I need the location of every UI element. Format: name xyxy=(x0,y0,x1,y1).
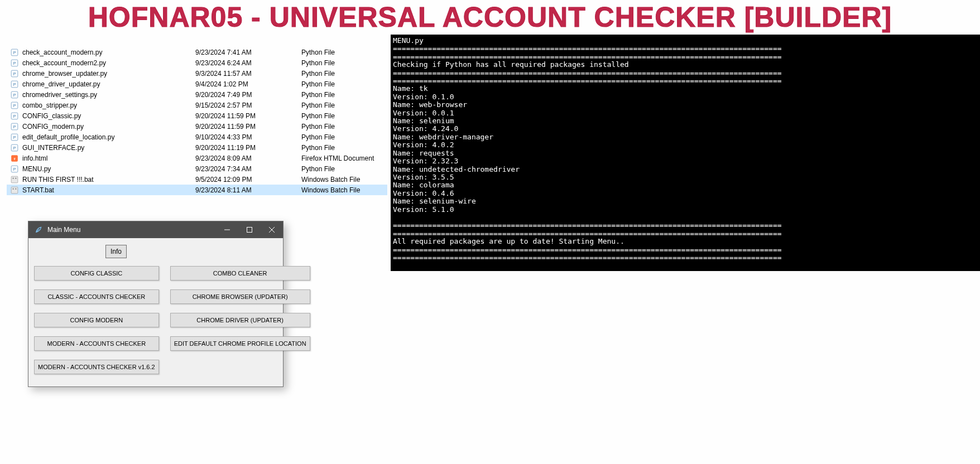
menu-button[interactable]: COMBO CLEANER xyxy=(170,266,310,281)
file-row[interactable]: Pcheck_account_modern2.py9/23/2024 6:24 … xyxy=(7,57,387,68)
file-type: Windows Batch File xyxy=(301,186,387,194)
file-row[interactable]: PCONFIG_modern.py9/20/2024 11:59 PMPytho… xyxy=(7,121,387,132)
file-icon: P xyxy=(10,112,19,120)
file-explorer: Pcheck_account_modern.py9/23/2024 7:41 A… xyxy=(7,47,387,195)
titlebar[interactable]: Main Menu xyxy=(28,221,283,238)
svg-point-29 xyxy=(15,188,16,189)
file-date: 9/23/2024 8:11 AM xyxy=(195,186,301,194)
svg-point-28 xyxy=(13,188,14,189)
svg-text:P: P xyxy=(13,114,16,118)
file-row[interactable]: ffinfo.html9/23/2024 8:09 AMFirefox HTML… xyxy=(7,153,387,163)
file-date: 9/23/2024 6:24 AM xyxy=(195,59,301,67)
file-icon: P xyxy=(10,133,19,142)
file-type: Python File xyxy=(301,123,387,130)
file-icon: P xyxy=(10,48,19,57)
file-type: Python File xyxy=(301,59,387,67)
file-date: 9/23/2024 8:09 AM xyxy=(195,154,301,162)
file-type: Python File xyxy=(301,91,387,99)
terminal-output[interactable]: MENU.py ================================… xyxy=(391,35,980,271)
file-date: 9/23/2024 7:34 AM xyxy=(195,165,301,173)
file-icon: P xyxy=(10,69,19,78)
file-icon: P xyxy=(10,101,19,110)
file-row[interactable]: Pcombo_stripper.py9/15/2024 2:57 PMPytho… xyxy=(7,100,387,110)
svg-text:P: P xyxy=(13,103,16,107)
file-row[interactable]: Pchrome_driver_updater.py9/4/2024 1:02 P… xyxy=(7,79,387,89)
close-button[interactable] xyxy=(261,221,283,238)
file-date: 9/20/2024 7:49 PM xyxy=(195,91,301,99)
file-type: Python File xyxy=(301,144,387,152)
file-icon: P xyxy=(10,80,19,89)
file-name: combo_stripper.py xyxy=(22,102,195,109)
file-date: 9/20/2024 11:19 PM xyxy=(195,144,301,152)
banner-title: HOFNAR05 - UNIVERSAL ACCOUNT CHECKER [BU… xyxy=(0,0,980,35)
svg-text:P: P xyxy=(13,135,16,139)
file-date: 9/15/2024 2:57 PM xyxy=(195,102,301,109)
menu-button[interactable]: MODERN - ACCOUNTS CHECKER v1.6.2 xyxy=(34,360,159,374)
file-type: Windows Batch File xyxy=(301,176,387,183)
file-name: CONFIG_modern.py xyxy=(22,123,195,130)
file-row[interactable]: PCONFIG_classic.py9/20/2024 11:59 PMPyth… xyxy=(7,110,387,121)
file-name: START.bat xyxy=(22,186,195,194)
svg-text:P: P xyxy=(13,146,16,149)
file-icon: P xyxy=(10,165,19,173)
file-name: check_account_modern2.py xyxy=(22,59,195,67)
file-icon: P xyxy=(10,59,19,67)
file-date: 9/23/2024 7:41 AM xyxy=(195,49,301,56)
menu-button[interactable]: CHROME BROWSER (UPDATER) xyxy=(170,289,310,304)
minimize-button[interactable] xyxy=(216,221,238,238)
file-row[interactable]: RUN THIS FIRST !!!.bat9/5/2024 12:09 PMW… xyxy=(7,174,387,185)
info-button[interactable]: Info xyxy=(105,245,127,258)
svg-point-26 xyxy=(15,177,16,178)
file-type: Python File xyxy=(301,49,387,56)
svg-text:P: P xyxy=(13,93,16,96)
file-row[interactable]: PGUI_INTERFACE.py9/20/2024 11:19 PMPytho… xyxy=(7,142,387,153)
svg-text:P: P xyxy=(13,61,16,65)
file-icon xyxy=(10,186,19,195)
file-date: 9/10/2024 4:33 PM xyxy=(195,133,301,141)
file-name: RUN THIS FIRST !!!.bat xyxy=(22,176,195,183)
file-date: 9/5/2024 12:09 PM xyxy=(195,176,301,183)
svg-point-25 xyxy=(13,177,14,178)
file-name: MENU.py xyxy=(22,165,195,173)
menu-button[interactable]: MODERN - ACCOUNTS CHECKER xyxy=(34,336,159,351)
window-title: Main Menu xyxy=(47,226,216,234)
menu-button[interactable]: EDIT DEFAULT CHROME PROFILE LOCATION xyxy=(170,336,310,351)
file-name: chrome_browser_updater.py xyxy=(22,70,195,78)
file-row[interactable]: START.bat9/23/2024 8:11 AMWindows Batch … xyxy=(7,185,387,195)
menu-button[interactable]: CONFIG CLASSIC xyxy=(34,266,159,281)
file-name: chrome_driver_updater.py xyxy=(22,80,195,88)
feather-icon xyxy=(33,224,44,235)
file-name: CONFIG_classic.py xyxy=(22,112,195,120)
svg-rect-32 xyxy=(247,228,252,233)
file-name: info.html xyxy=(22,154,195,162)
svg-text:P: P xyxy=(13,167,16,171)
file-date: 9/20/2024 11:59 PM xyxy=(195,123,301,130)
menu-button[interactable]: CHROME DRIVER (UPDATER) xyxy=(170,313,310,327)
svg-text:P: P xyxy=(13,82,16,86)
menu-button[interactable]: CLASSIC - ACCOUNTS CHECKER xyxy=(34,289,159,304)
file-row[interactable]: PMENU.py9/23/2024 7:34 AMPython File xyxy=(7,163,387,174)
svg-rect-27 xyxy=(11,187,18,194)
file-type: Python File xyxy=(301,70,387,78)
file-type: Python File xyxy=(301,112,387,120)
svg-text:P: P xyxy=(13,71,16,75)
file-name: GUI_INTERFACE.py xyxy=(22,144,195,152)
file-row[interactable]: Pchrome_browser_updater.py9/3/2024 11:57… xyxy=(7,68,387,79)
file-row[interactable]: Pedit_default_profile_location.py9/10/20… xyxy=(7,132,387,142)
maximize-button[interactable] xyxy=(238,221,261,238)
file-name: chromedriver_settings.py xyxy=(22,91,195,99)
svg-text:P: P xyxy=(13,124,16,128)
file-icon xyxy=(10,175,19,184)
file-row[interactable]: Pcheck_account_modern.py9/23/2024 7:41 A… xyxy=(7,47,387,57)
file-row[interactable]: Pchromedriver_settings.py9/20/2024 7:49 … xyxy=(7,89,387,100)
file-type: Python File xyxy=(301,165,387,173)
menu-button[interactable]: CONFIG MODERN xyxy=(34,313,159,327)
file-type: Python File xyxy=(301,80,387,88)
file-date: 9/20/2024 11:59 PM xyxy=(195,112,301,120)
file-name: check_account_modern.py xyxy=(22,49,195,56)
file-type: Python File xyxy=(301,102,387,109)
file-icon: P xyxy=(10,90,19,99)
file-icon: P xyxy=(10,122,19,131)
file-icon: P xyxy=(10,143,19,152)
file-type: Python File xyxy=(301,133,387,141)
